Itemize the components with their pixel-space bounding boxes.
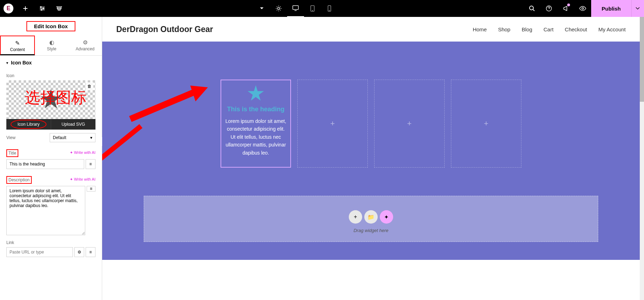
link-input[interactable] [6,247,73,257]
icon-label: Icon [6,73,95,78]
link-label: Link [6,240,95,245]
icon-box-widget[interactable]: This is the heading Lorem ipsum dolor si… [221,80,291,168]
icon-preview[interactable]: 🗑 [6,80,95,119]
svg-point-9 [530,6,533,10]
icon-library-button[interactable]: Icon Library [6,119,51,130]
tab-style[interactable]: ◐Style [35,36,68,55]
help-icon[interactable] [540,0,557,17]
top-toolbar: E Publish [0,0,644,17]
preview-icon[interactable] [574,0,591,17]
tablet-view-button[interactable] [304,0,321,17]
view-label: View [6,135,16,140]
plus-icon: + [330,119,335,128]
widget-description: Lorem ipsum dolor sit amet, consectetur … [225,117,287,157]
section-icon-box[interactable]: Icon Box [0,56,102,70]
link-dynamic-button[interactable]: ≡ [86,247,95,257]
ai-button[interactable]: ✦ [380,210,393,224]
site-nav: Home Shop Blog Cart Checkout My Account [473,26,626,32]
empty-column[interactable]: + [374,80,445,168]
nav-account[interactable]: My Account [598,26,626,32]
nav-checkout[interactable]: Checkout [565,26,587,32]
desktop-view-button[interactable] [287,0,304,17]
nav-shop[interactable]: Shop [498,26,510,32]
nav-home[interactable]: Home [473,26,487,32]
add-section-button[interactable]: + [349,210,362,224]
publish-button[interactable]: Publish [591,0,631,17]
panel-tabs: ✎Content ◐Style ⚙Advanced [0,36,102,56]
dropzone-text: Drag widget here [144,228,598,233]
svg-point-6 [312,11,312,11]
dropzone[interactable]: + 📁 ✦ Drag widget here [144,196,598,242]
plus-icon: + [484,119,489,128]
editor-sidebar: Edit Icon Box ✎Content ◐Style ⚙Advanced … [0,17,102,300]
elementor-logo[interactable]: E [0,0,17,17]
page-dropdown[interactable] [253,0,270,17]
add-element-button[interactable] [17,0,34,17]
desc-dynamic-button[interactable]: ≡ [87,186,95,192]
star-icon [247,85,264,102]
search-icon[interactable] [524,0,540,17]
page-settings-icon[interactable] [270,0,287,17]
scrollbar[interactable] [640,17,644,300]
svg-point-3 [278,7,280,10]
publish-dropdown[interactable] [631,0,644,17]
description-input[interactable]: Lorem ipsum dolor sit amet, consectetur … [6,186,85,235]
site-title: DerDragon Outdoor Gear [116,25,213,34]
upload-svg-button[interactable]: Upload SVG [51,119,95,130]
view-select[interactable]: Default▾ [50,133,95,142]
svg-point-11 [582,8,583,10]
title-label: Title [6,149,18,157]
tab-content[interactable]: ✎Content [0,36,35,55]
announcements-icon[interactable] [557,0,574,17]
tab-advanced[interactable]: ⚙Advanced [68,36,102,55]
svg-point-8 [329,11,329,11]
write-ai-desc[interactable]: ✦ Write with AI [70,177,95,182]
settings-icon[interactable] [34,0,51,17]
nav-cart[interactable]: Cart [544,26,553,32]
svg-rect-4 [293,6,298,10]
add-template-button[interactable]: 📁 [364,210,378,224]
svg-point-1 [43,8,44,9]
write-ai-title[interactable]: ✦ Write with AI [70,150,95,155]
remove-icon-button[interactable]: 🗑 [86,82,93,90]
mobile-view-button[interactable] [321,0,338,17]
hero-section: This is the heading Lorem ipsum dolor si… [102,42,640,260]
empty-column[interactable]: + [297,80,368,168]
plus-icon: + [407,119,412,128]
editor-canvas: DerDragon Outdoor Gear Home Shop Blog Ca… [102,17,640,300]
title-dynamic-button[interactable]: ≡ [86,159,95,169]
nav-blog[interactable]: Blog [522,26,532,32]
panel-title: Edit Icon Box [0,17,102,36]
empty-column[interactable]: + [451,80,521,168]
svg-point-0 [41,7,42,8]
description-label: Description [6,176,32,184]
link-options-button[interactable]: ⚙ [74,247,84,257]
svg-point-2 [41,10,42,11]
title-input[interactable] [6,159,84,169]
widget-heading: This is the heading [227,106,284,113]
structure-icon[interactable] [51,0,68,17]
star-icon [41,89,62,110]
site-header: DerDragon Outdoor Gear Home Shop Blog Ca… [102,17,640,42]
